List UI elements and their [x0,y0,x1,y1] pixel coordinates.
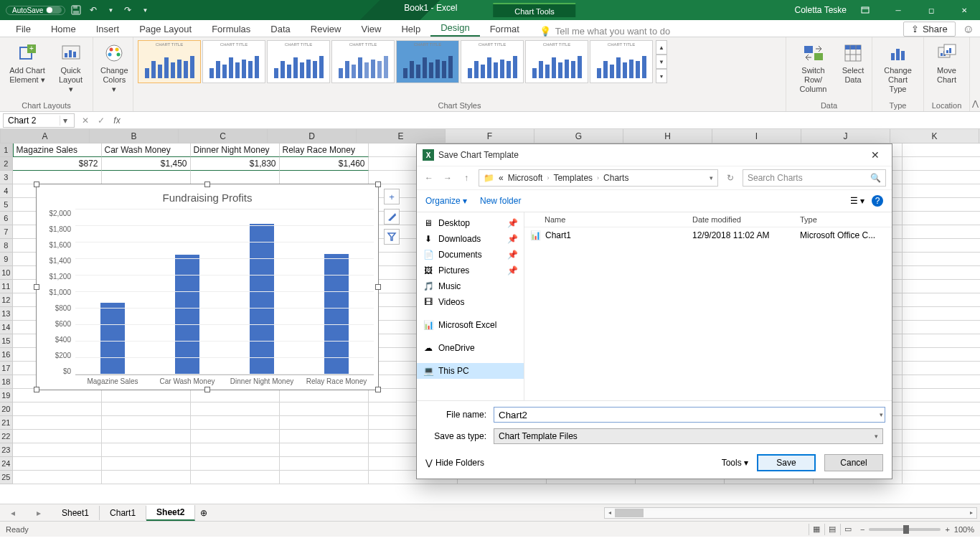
row-header[interactable]: 20 [0,402,13,416]
zoom-level[interactable]: 100% [954,525,974,534]
sidebar-item[interactable]: ⬇Downloads📌 [417,231,524,247]
select-data-button[interactable]: Select Data [839,40,867,86]
cell[interactable]: $1,830 [191,157,280,171]
cell[interactable]: $1,450 [102,157,191,171]
row-header[interactable]: 8 [0,239,13,253]
tell-me-search[interactable]: 💡 Tell me what you want to do [540,26,670,37]
chart-style-thumb[interactable]: CHART TITLE [202,40,265,83]
view-options-icon[interactable]: ☰ ▾ [850,196,864,206]
gallery-more-icon[interactable]: ▾ [656,69,667,83]
hide-folders-toggle[interactable]: ⋁Hide Folders [425,458,484,468]
sidebar-item[interactable]: 📄Documents📌 [417,247,524,263]
gallery-down-icon[interactable]: ▼ [656,55,667,69]
formula-input[interactable] [125,120,980,121]
chart-style-thumb[interactable]: CHART TITLE [331,40,395,83]
save-type-select[interactable]: Chart Template Files▾ [494,428,883,444]
row-header[interactable]: 23 [0,443,13,457]
new-folder-button[interactable]: New folder [480,196,521,206]
chart-style-thumb[interactable]: CHART TITLE [396,40,459,83]
page-break-view-icon[interactable]: ▭ [840,524,856,535]
cancel-button[interactable]: Cancel [824,454,883,471]
sheet-tab[interactable]: Chart1 [100,506,146,520]
column-header[interactable]: C [179,129,268,143]
tab-view[interactable]: View [351,22,391,37]
new-sheet-button[interactable]: ⊕ [195,508,212,518]
dialog-search-input[interactable]: Search Charts 🔍 [743,169,886,187]
help-icon[interactable]: ? [872,195,883,207]
save-icon[interactable] [70,4,83,17]
file-list-item[interactable]: 📊Chart112/9/2018 11:02 AMMicrosoft Offic… [524,227,892,243]
dialog-close-button[interactable]: ✕ [864,149,886,161]
redo-icon[interactable]: ↷ [121,4,134,17]
column-header[interactable]: A [1,129,90,143]
horizontal-scrollbar[interactable]: ◂ ▸ [604,507,977,519]
cell[interactable]: $1,460 [280,157,369,171]
row-header[interactable]: 22 [0,430,13,443]
cell[interactable]: Dinner Night Money [191,143,280,157]
column-header[interactable]: K [890,129,979,143]
minimize-icon[interactable]: ─ [884,0,913,20]
nav-forward-icon[interactable]: → [441,173,454,183]
page-layout-view-icon[interactable]: ▤ [824,524,840,535]
sidebar-item[interactable]: 💻This PC [417,363,524,379]
row-header[interactable]: 24 [0,457,13,471]
cell[interactable]: Car Wash Money [102,143,191,157]
sidebar-item[interactable]: 🎞Videos [417,294,524,310]
chart-styles-button[interactable] [384,209,400,225]
organize-menu[interactable]: Organize ▾ [425,196,467,206]
chart-styles-gallery[interactable]: CHART TITLECHART TITLECHART TITLECHART T… [138,40,653,90]
chart-style-thumb[interactable]: CHART TITLE [525,40,588,83]
tab-home[interactable]: Home [41,22,86,37]
embedded-chart[interactable]: Fundraising Profits $2,000$1,800$1,600$1… [36,184,379,390]
column-header[interactable]: H [623,129,712,143]
chart-filters-button[interactable] [384,229,400,245]
column-header[interactable]: F [446,129,534,143]
sheet-tab[interactable]: Sheet1 [52,506,100,520]
chart-style-thumb[interactable]: CHART TITLE [590,40,653,83]
tab-data[interactable]: Data [260,22,300,37]
undo-icon[interactable]: ↶ [87,4,100,17]
sidebar-item[interactable]: 🖼Pictures📌 [417,263,524,278]
column-header[interactable]: J [801,129,890,143]
dialog-file-list[interactable]: Name Date modified Type 📊Chart112/9/2018… [524,212,892,400]
chart-style-thumb[interactable]: CHART TITLE [461,40,524,83]
sidebar-item[interactable]: 🎵Music [417,278,524,294]
autosave-toggle[interactable]: AutoSave [6,6,65,15]
tab-format[interactable]: Format [480,22,529,37]
name-box[interactable]: Chart 2▾ [3,113,75,128]
scroll-left-icon[interactable]: ◂ [605,508,615,518]
row-header[interactable]: 4 [0,184,13,198]
scroll-right-icon[interactable]: ▸ [966,508,976,518]
row-header[interactable]: 16 [0,348,13,362]
chart-elements-button[interactable]: + [384,189,400,204]
row-header[interactable]: 15 [0,334,13,348]
gallery-up-icon[interactable]: ▲ [656,40,667,55]
zoom-slider[interactable] [869,528,941,531]
row-header[interactable]: 21 [0,416,13,430]
qat-customize-icon[interactable]: ▼ [138,4,151,17]
quick-layout-button[interactable]: Quick Layout ▾ [53,40,88,96]
tools-menu[interactable]: Tools ▾ [722,458,748,468]
tab-page-layout[interactable]: Page Layout [129,22,202,37]
row-header[interactable]: 9 [0,253,13,266]
maximize-icon[interactable]: ◻ [917,0,946,20]
chart-bar[interactable] [250,224,274,375]
file-name-input[interactable] [494,407,885,423]
nav-up-icon[interactable]: ↑ [460,173,473,183]
cell[interactable]: Relay Race Money [280,143,369,157]
row-header[interactable]: 13 [0,307,13,321]
share-button[interactable]: ⇪Share [903,22,956,37]
tab-formulas[interactable]: Formulas [202,22,260,37]
cancel-formula-icon[interactable]: ✕ [77,116,93,126]
change-chart-type-button[interactable]: Change Chart Type [877,40,919,96]
feedback-icon[interactable]: ☺ [963,23,974,36]
sidebar-item[interactable]: 📊Microsoft Excel [417,317,524,333]
tab-insert[interactable]: Insert [86,22,130,37]
add-chart-element-button[interactable]: +Add Chart Element ▾ [4,40,50,86]
sheet-tab[interactable]: Sheet2 [146,505,195,521]
row-header[interactable]: 3 [0,171,13,184]
tab-file[interactable]: File [6,22,41,37]
chart-bar[interactable] [324,254,349,375]
chart-title[interactable]: Fundraising Profits [41,189,374,209]
collapse-ribbon-icon[interactable]: ⋀ [970,37,980,111]
